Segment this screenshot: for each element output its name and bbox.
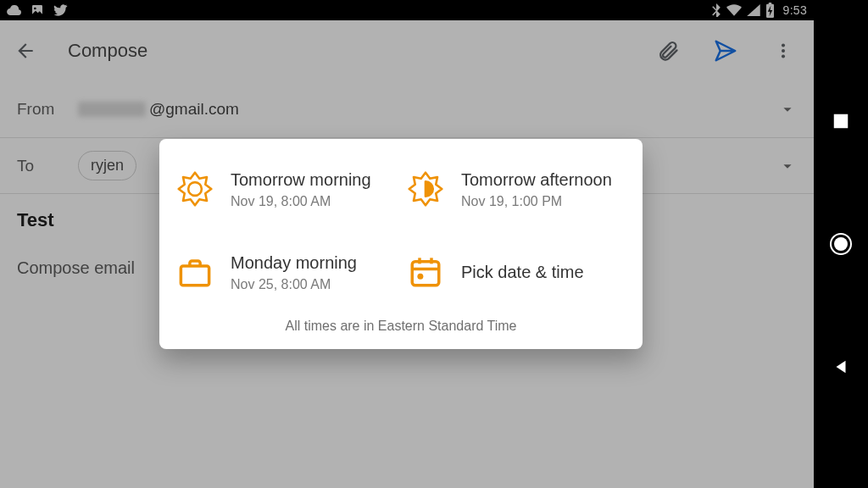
sun-icon [175,169,215,209]
option-monday-morning[interactable]: Monday morning Nov 25, 8:00 AM [175,242,397,302]
nav-recent-button[interactable] [824,104,858,138]
svg-rect-11 [412,262,439,286]
sun-half-icon [405,169,446,209]
calendar-icon [405,252,446,292]
schedule-send-dialog: Tomorrow morning Nov 19, 8:00 AM Tomorro… [159,139,643,349]
svg-point-18 [834,237,848,251]
option-subtitle: Nov 25, 8:00 AM [231,277,357,292]
nav-home-button[interactable] [824,227,858,261]
system-nav-bar [814,0,868,488]
option-subtitle: Nov 19, 8:00 AM [231,194,371,209]
option-title: Tomorrow afternoon [461,169,612,191]
svg-rect-16 [834,114,849,128]
option-subtitle: Nov 19, 1:00 PM [461,194,612,209]
option-title: Monday morning [231,252,357,274]
phone-screen: 9:53 Compose From @gmail.com [0,0,814,488]
svg-point-15 [417,274,423,280]
briefcase-icon [175,252,215,292]
svg-marker-7 [179,173,212,206]
option-pick-date-time[interactable]: Pick date & time [405,242,627,302]
option-tomorrow-afternoon[interactable]: Tomorrow afternoon Nov 19, 1:00 PM [405,159,627,219]
option-title: Tomorrow morning [231,169,371,191]
timezone-note: All times are in Eastern Standard Time [175,319,627,334]
nav-back-button[interactable] [824,350,858,384]
svg-rect-10 [181,266,209,286]
svg-point-8 [188,182,202,196]
option-tomorrow-morning[interactable]: Tomorrow morning Nov 19, 8:00 AM [175,159,397,219]
option-title: Pick date & time [461,262,584,283]
